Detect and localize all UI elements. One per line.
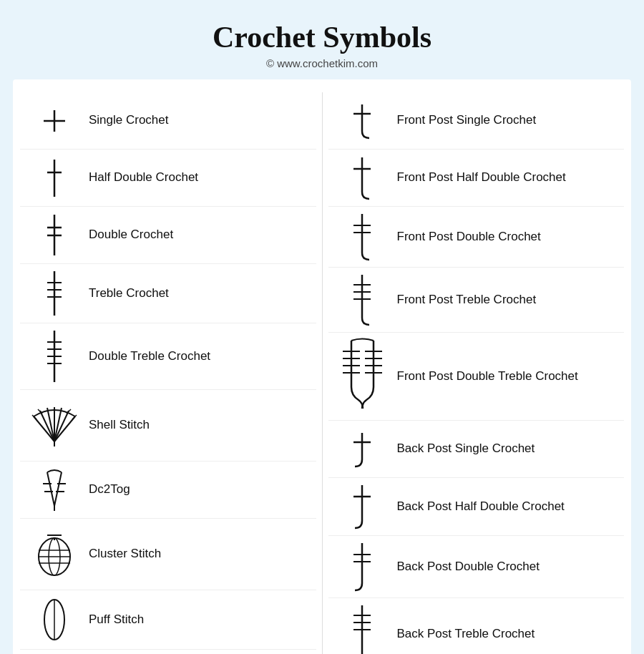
- content-area: Single Crochet Half Double Crochet: [13, 79, 631, 654]
- front-post-double-treble-crochet-label: Front Post Double Treble Crochet: [391, 369, 619, 384]
- front-post-treble-crochet-symbol: [334, 272, 391, 328]
- half-double-crochet-label: Half Double Crochet: [83, 170, 311, 185]
- front-post-double-treble-crochet-icon: [336, 337, 389, 416]
- puff-stitch-label: Puff Stitch: [83, 612, 311, 628]
- back-post-double-crochet-symbol: [334, 540, 391, 593]
- svg-line-29: [54, 472, 62, 506]
- front-post-half-double-crochet-icon: [346, 155, 379, 201]
- double-treble-crochet-icon: [40, 328, 69, 385]
- list-item: Cluster Stitch: [20, 519, 316, 590]
- front-post-double-treble-crochet-symbol: [334, 337, 391, 416]
- treble-crochet-icon: [40, 268, 69, 318]
- list-item: Front Post Double Treble Crochet: [328, 333, 625, 421]
- puff-stitch-icon: [39, 595, 71, 645]
- single-crochet-symbol: [26, 107, 83, 135]
- half-double-crochet-symbol: [26, 157, 83, 200]
- copyright: © www.crochetkim.com: [0, 57, 644, 69]
- front-post-double-crochet-icon: [346, 211, 379, 263]
- list-item: Front Post Treble Crochet: [328, 268, 625, 333]
- front-post-half-double-crochet-label: Front Post Half Double Crochet: [391, 170, 619, 185]
- back-post-treble-crochet-icon: [346, 602, 379, 654]
- list-item: Front Post Single Crochet: [328, 92, 625, 150]
- back-post-double-crochet-label: Back Post Double Crochet: [391, 559, 619, 575]
- list-item: Treble Crochet: [20, 264, 316, 323]
- list-item: Front Post Double Crochet: [328, 207, 625, 268]
- back-post-half-double-crochet-symbol: [334, 482, 391, 531]
- puff-stitch-symbol: [26, 595, 83, 645]
- dc2tog-label: Dc2Tog: [83, 482, 311, 497]
- shell-stitch-label: Shell Stitch: [83, 417, 311, 433]
- list-item: Half Double Crochet: [20, 150, 316, 207]
- treble-crochet-symbol: [26, 268, 83, 318]
- back-post-single-crochet-label: Back Post Single Crochet: [391, 441, 619, 457]
- list-item: Double Treble Crochet: [20, 323, 316, 390]
- double-crochet-symbol: [26, 212, 83, 258]
- front-post-single-crochet-symbol: [334, 101, 391, 140]
- single-crochet-label: Single Crochet: [83, 112, 311, 128]
- shell-stitch-symbol: [26, 402, 83, 449]
- front-post-half-double-crochet-symbol: [334, 155, 391, 201]
- double-crochet-label: Double Crochet: [83, 227, 311, 243]
- back-post-treble-crochet-symbol: [334, 602, 391, 654]
- right-column: Front Post Single Crochet Front Post Hal…: [328, 92, 625, 654]
- treble-crochet-label: Treble Crochet: [83, 285, 311, 301]
- back-post-half-double-crochet-icon: [346, 482, 379, 531]
- list-item: Single Crochet: [20, 92, 316, 150]
- back-post-double-crochet-icon: [346, 540, 379, 593]
- list-item: Back Post Single Crochet: [328, 421, 625, 478]
- shell-stitch-icon: [28, 402, 82, 449]
- cluster-stitch-symbol: [26, 529, 83, 580]
- header: Crochet Symbols © www.crochetkim.com: [0, 0, 644, 79]
- list-item: Dc2Tog: [20, 462, 316, 519]
- front-post-treble-crochet-icon: [346, 272, 379, 328]
- back-post-treble-crochet-label: Back Post Treble Crochet: [391, 626, 619, 642]
- front-post-single-crochet-icon: [346, 101, 379, 140]
- dc2tog-symbol: [26, 467, 83, 513]
- back-post-half-double-crochet-label: Back Post Half Double Crochet: [391, 499, 619, 514]
- back-post-single-crochet-icon: [346, 429, 379, 469]
- column-divider: [322, 92, 323, 654]
- dc2tog-icon: [33, 467, 76, 513]
- front-post-double-crochet-label: Front Post Double Crochet: [391, 229, 619, 245]
- list-item: Front Post Half Double Crochet: [328, 150, 625, 207]
- list-item: Crossed Double Crochet: [20, 650, 316, 654]
- page-title: Crochet Symbols: [0, 20, 644, 54]
- single-crochet-icon: [40, 107, 69, 135]
- list-item: Double Crochet: [20, 207, 316, 264]
- front-post-treble-crochet-label: Front Post Treble Crochet: [391, 292, 619, 308]
- list-item: Back Post Double Crochet: [328, 536, 625, 598]
- cluster-stitch-label: Cluster Stitch: [83, 546, 311, 562]
- list-item: Shell Stitch: [20, 390, 316, 462]
- cluster-stitch-icon: [31, 529, 78, 580]
- list-item: Back Post Treble Crochet: [328, 598, 625, 654]
- left-column: Single Crochet Half Double Crochet: [20, 92, 316, 654]
- double-treble-crochet-label: Double Treble Crochet: [83, 348, 311, 364]
- double-treble-crochet-symbol: [26, 328, 83, 385]
- half-double-crochet-icon: [40, 157, 69, 200]
- svg-line-28: [47, 472, 54, 506]
- list-item: Back Post Half Double Crochet: [328, 478, 625, 536]
- page: Crochet Symbols © www.crochetkim.com Sin…: [0, 0, 644, 654]
- front-post-double-crochet-symbol: [334, 211, 391, 263]
- back-post-single-crochet-symbol: [334, 429, 391, 469]
- double-crochet-icon: [40, 212, 69, 258]
- front-post-single-crochet-label: Front Post Single Crochet: [391, 112, 619, 128]
- list-item: Puff Stitch: [20, 590, 316, 650]
